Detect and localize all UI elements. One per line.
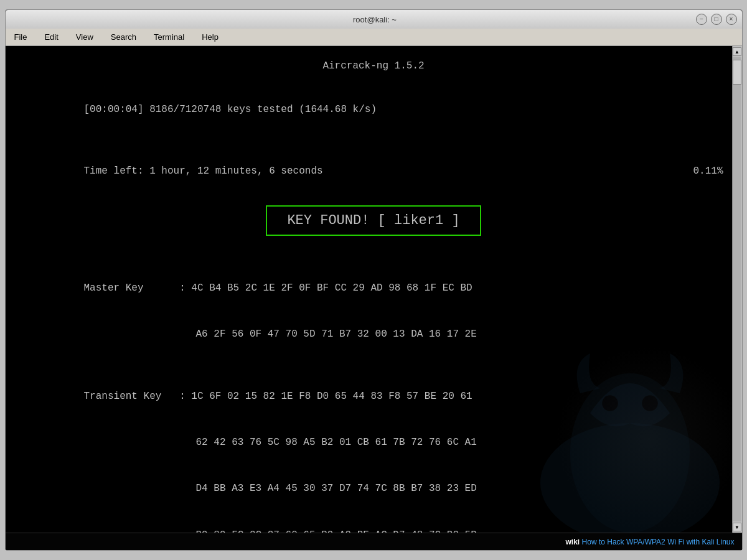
terminal-window: root@kali: ~ − □ × File Edit View Search… <box>5 9 743 551</box>
scroll-down-arrow[interactable]: ▼ <box>733 523 741 531</box>
transient-key-row1-line: Transient Key : 1C 6F 02 15 82 1E F8 D0 … <box>24 373 723 419</box>
blank-line-1 <box>24 133 723 148</box>
transient-key-row2-line: 62 42 63 76 5C 98 A5 B2 01 CB 61 7B 72 7… <box>24 419 723 465</box>
footer-wiki-label: wiki <box>566 538 580 546</box>
master-key-row1-line: Master Key : 4C B4 B5 2C 1E 2F 0F BF CC … <box>24 265 723 311</box>
blank-line-2 <box>24 250 723 265</box>
footer-bar: wiki How to Hack WPA/WPA2 Wi Fi with Kal… <box>6 533 742 550</box>
key-found-box: KEY FOUND! [ liker1 ] <box>266 205 481 236</box>
minimize-button[interactable]: − <box>696 14 707 25</box>
menu-edit[interactable]: Edit <box>40 31 62 43</box>
menu-help[interactable]: Help <box>198 31 222 43</box>
window-title: root@kali: ~ <box>54 15 696 24</box>
menu-terminal[interactable]: Terminal <box>150 31 188 43</box>
scrollbar-track[interactable] <box>733 57 741 521</box>
terminal-content: Aircrack-ng 1.5.2 [00:00:04] 8186/712074… <box>24 58 723 533</box>
scrollbar-thumb[interactable] <box>733 60 741 85</box>
title-bar: root@kali: ~ − □ × <box>6 10 742 29</box>
app-title: Aircrack-ng 1.5.2 <box>24 58 723 74</box>
terminal-area: Aircrack-ng 1.5.2 [00:00:04] 8186/712074… <box>6 46 742 533</box>
transient-key-row4-line: B9 89 FC 2C 37 60 65 B9 A9 BE AC D7 48 7… <box>24 512 723 533</box>
footer-link[interactable]: How to Hack WPA/WPA2 Wi Fi with Kali Lin… <box>582 538 735 546</box>
close-button[interactable]: × <box>726 14 737 25</box>
maximize-button[interactable]: □ <box>711 14 722 25</box>
scrollbar[interactable]: ▲ ▼ <box>732 46 742 533</box>
window-controls: − □ × <box>696 14 737 25</box>
progress-text: 0.11% <box>693 164 723 179</box>
menu-file[interactable]: File <box>11 31 31 43</box>
menu-search[interactable]: Search <box>107 31 140 43</box>
status-line: [00:00:04] 8186/7120748 keys tested (164… <box>24 86 723 133</box>
menu-bar: File Edit View Search Terminal Help <box>6 29 742 46</box>
footer-text: wiki How to Hack WPA/WPA2 Wi Fi with Kal… <box>566 538 735 546</box>
transient-key-row3-line: D4 BB A3 E3 A4 45 30 37 D7 74 7C 8B B7 3… <box>24 466 723 512</box>
key-found-wrapper: KEY FOUND! [ liker1 ] <box>24 205 723 236</box>
menu-view[interactable]: View <box>72 31 97 43</box>
time-left-line: Time left: 1 hour, 12 minutes, 6 seconds… <box>24 148 723 194</box>
blank-line-3 <box>24 358 723 373</box>
master-key-row2-line: A6 2F 56 0F 47 70 5D 71 B7 32 00 13 DA 1… <box>24 312 723 358</box>
scroll-up-arrow[interactable]: ▲ <box>733 47 741 56</box>
